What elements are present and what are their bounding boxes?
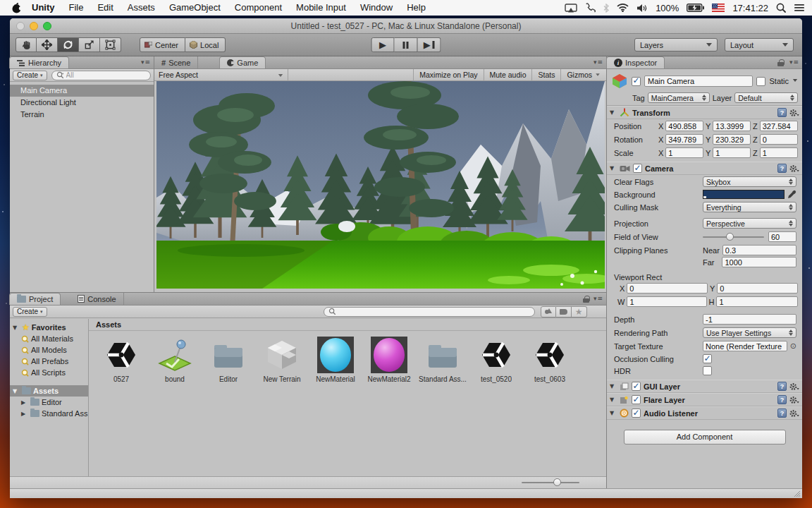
- hierarchy-item-main-camera[interactable]: Main Camera: [10, 85, 154, 97]
- help-icon[interactable]: ?: [777, 395, 787, 404]
- gear-icon[interactable]: [789, 109, 799, 117]
- position-z-field[interactable]: [760, 121, 798, 131]
- hdr-checkbox[interactable]: [703, 366, 712, 375]
- eyedropper-icon[interactable]: [787, 190, 796, 199]
- background-color-swatch[interactable]: [703, 190, 785, 199]
- foldout-icon[interactable]: ▶: [21, 399, 28, 406]
- maximize-on-play-button[interactable]: Maximize on Play: [413, 69, 483, 81]
- favorites-filter-button[interactable]: ★: [572, 306, 587, 318]
- menu-edit[interactable]: Edit: [90, 0, 120, 16]
- favorites-root[interactable]: ▼ ★ Favorites: [10, 322, 88, 333]
- viewport-y-field[interactable]: [717, 283, 798, 294]
- target-texture-field[interactable]: [703, 341, 787, 351]
- gear-icon[interactable]: [789, 409, 799, 418]
- asset-test-0520[interactable]: test_0520: [469, 337, 523, 383]
- viewport-x-field[interactable]: [627, 283, 708, 294]
- bluetooth-icon[interactable]: [603, 4, 609, 13]
- tab-console[interactable]: Console: [70, 293, 123, 305]
- help-icon[interactable]: ?: [777, 382, 787, 391]
- transform-header[interactable]: ▼ Transform ?: [607, 106, 802, 119]
- panel-menu-icon[interactable]: [141, 59, 151, 66]
- rotation-y-field[interactable]: [713, 134, 751, 145]
- depth-field[interactable]: [703, 314, 796, 325]
- flare-layer-header[interactable]: ▼ Flare Layer ?: [607, 393, 802, 406]
- occlusion-culling-checkbox[interactable]: [703, 354, 712, 363]
- asset-test-0603[interactable]: test_0603: [523, 337, 577, 383]
- foldout-icon[interactable]: ▼: [610, 397, 617, 403]
- add-component-button[interactable]: Add Component: [624, 430, 786, 445]
- notification-center-icon[interactable]: [794, 4, 805, 12]
- projection-dropdown[interactable]: Perspective: [703, 218, 796, 229]
- favorite-all-materials[interactable]: All Materials: [10, 333, 88, 344]
- panel-menu-icon[interactable]: [593, 59, 603, 66]
- foldout-icon[interactable]: ▼: [610, 383, 617, 389]
- asset-new-terrain[interactable]: New Terrain: [255, 337, 309, 383]
- fov-slider-thumb[interactable]: [726, 233, 734, 241]
- fov-field[interactable]: [768, 231, 796, 242]
- assets-root[interactable]: ▼ Assets: [10, 385, 88, 397]
- apple-menu[interactable]: [11, 2, 22, 13]
- layout-dropdown[interactable]: Layout: [725, 38, 794, 52]
- rotation-x-field[interactable]: [665, 134, 703, 145]
- static-dropdown-icon[interactable]: [793, 78, 797, 83]
- menu-component[interactable]: Component: [228, 0, 289, 16]
- pivot-center-button[interactable]: Center: [140, 37, 185, 52]
- asset-newmaterial2[interactable]: NewMaterial2: [362, 337, 416, 383]
- mute-audio-button[interactable]: Mute audio: [484, 69, 532, 81]
- game-viewport[interactable]: [156, 81, 605, 289]
- rect-tool-button[interactable]: [100, 37, 121, 52]
- asset-newmaterial[interactable]: NewMaterial: [309, 337, 362, 383]
- menu-help[interactable]: Help: [400, 0, 433, 16]
- project-search-input[interactable]: [338, 308, 530, 315]
- asset-0527[interactable]: 0527: [94, 337, 148, 383]
- asset-bound[interactable]: bound: [148, 337, 202, 383]
- foldout-icon[interactable]: ▼: [610, 109, 617, 116]
- search-by-type-button[interactable]: [541, 306, 556, 318]
- hand-tool-button[interactable]: [16, 37, 37, 52]
- window-titlebar[interactable]: Untitled - test_0527 - PC, Mac & Linux S…: [10, 18, 802, 34]
- foldout-icon[interactable]: ▼: [610, 410, 617, 416]
- spotlight-search-icon[interactable]: [776, 3, 786, 13]
- rendering-path-dropdown[interactable]: Use Player Settings: [703, 327, 796, 338]
- object-picker-icon[interactable]: ⊙: [790, 341, 796, 351]
- tree-standard-assets-folder[interactable]: ▶ Standard Ass: [10, 408, 88, 419]
- scale-z-field[interactable]: [760, 147, 798, 158]
- move-tool-button[interactable]: [37, 37, 58, 52]
- panel-menu-icon[interactable]: [789, 59, 799, 66]
- help-icon[interactable]: ?: [777, 164, 787, 173]
- favorite-all-scripts[interactable]: All Scripts: [10, 367, 88, 378]
- menu-file[interactable]: File: [62, 0, 91, 16]
- stats-button[interactable]: Stats: [531, 69, 560, 81]
- us-flag-icon[interactable]: [712, 4, 725, 12]
- tab-inspector[interactable]: i Inspector: [606, 56, 665, 68]
- lock-icon[interactable]: [583, 296, 589, 303]
- tree-editor-folder[interactable]: ▶ Editor: [10, 397, 88, 408]
- menubar-clock[interactable]: 17:41:22: [732, 3, 768, 13]
- minimize-window-button[interactable]: [30, 22, 38, 30]
- project-search[interactable]: [324, 307, 535, 317]
- scale-tool-button[interactable]: [79, 37, 100, 52]
- panel-menu-icon[interactable]: [593, 295, 603, 302]
- project-create-button[interactable]: Create: [13, 307, 47, 317]
- layers-dropdown[interactable]: Layers: [634, 38, 718, 52]
- gizmos-dropdown[interactable]: Gizmos: [560, 69, 606, 81]
- aspect-dropdown[interactable]: Free Aspect: [154, 69, 288, 81]
- audio-listener-header[interactable]: ▼ Audio Listener ?: [607, 406, 802, 420]
- tab-hierarchy[interactable]: Hierarchy: [9, 56, 69, 68]
- foldout-icon[interactable]: ▼: [13, 388, 20, 394]
- position-y-field[interactable]: [713, 121, 751, 131]
- viewport-h-field[interactable]: [716, 296, 798, 307]
- hierarchy-search[interactable]: [51, 71, 151, 80]
- gameobject-name-field[interactable]: [644, 75, 753, 87]
- flare-layer-enabled-checkbox[interactable]: [632, 395, 641, 404]
- near-field[interactable]: [722, 245, 796, 255]
- foldout-icon[interactable]: ▼: [610, 165, 617, 171]
- far-field[interactable]: [722, 257, 796, 267]
- gui-layer-header[interactable]: ▼ GUI Layer ?: [607, 380, 802, 393]
- hierarchy-item-directional-light[interactable]: Directional Light: [10, 97, 154, 109]
- pivot-local-button[interactable]: Local: [185, 37, 226, 52]
- menu-assets[interactable]: Assets: [121, 0, 162, 16]
- culling-mask-dropdown[interactable]: Everything: [703, 202, 796, 212]
- hierarchy-item-terrain[interactable]: Terrain: [10, 109, 154, 121]
- search-by-label-button[interactable]: [556, 306, 572, 318]
